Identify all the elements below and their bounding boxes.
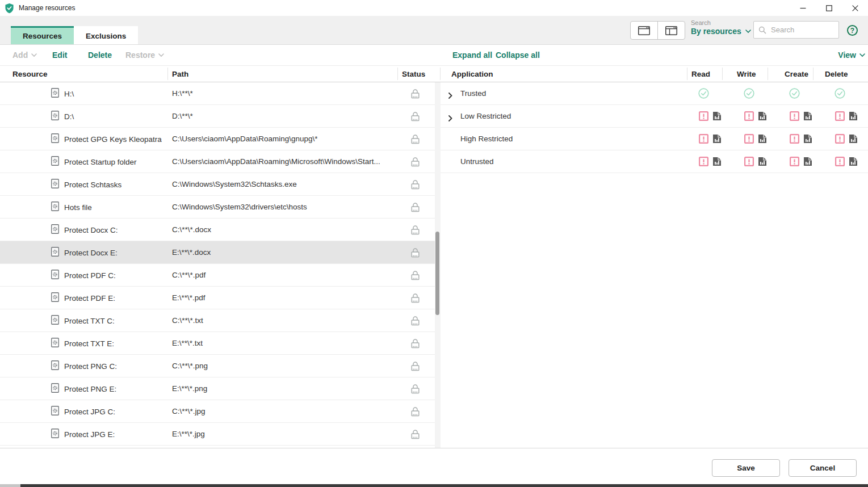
log-event-icon[interactable] [803,111,812,123]
table-row[interactable]: Protect PNG C: C:\**\*.png [0,355,435,377]
split-pane-view-button[interactable] [657,22,685,39]
log-event-icon[interactable] [758,134,767,146]
chevron-down-icon [31,53,37,57]
log-event-icon[interactable] [758,157,767,169]
lock-icon[interactable] [411,361,420,373]
collapse-all-button[interactable]: Collapse all [496,45,540,65]
resource-file-icon [51,360,59,372]
resource-file-icon [51,429,59,440]
table-row[interactable]: Protect PDF C: C:\**\*.pdf [0,264,435,287]
block-icon[interactable] [790,111,799,123]
scrollbar-track-segment[interactable] [0,484,20,487]
allowed-icon[interactable] [789,88,800,101]
lock-icon[interactable] [411,179,420,192]
resource-name: Protect Docx C: [64,226,118,234]
actions-toolbar: Add Edit Delete Restore Expand all Colla… [0,45,868,65]
table-row[interactable]: D:\ D:\**\* [0,105,435,128]
resource-file-icon [51,88,59,99]
lock-icon[interactable] [411,89,420,101]
chevron-right-icon[interactable] [448,114,452,124]
search-input[interactable] [770,25,834,35]
block-icon[interactable] [699,157,708,169]
scrollbar-thumb[interactable] [435,232,439,315]
chevron-down-icon [745,30,751,33]
search-mode-dropdown[interactable]: By resources [691,27,751,36]
block-icon[interactable] [744,157,754,169]
chevron-right-icon[interactable] [448,91,452,101]
horizontal-scrollbar[interactable] [0,484,868,487]
maximize-button[interactable] [816,0,842,16]
tab-strip: Resources Exclusions [11,26,138,44]
delete-button[interactable]: Delete [88,45,112,65]
table-row[interactable]: Hots file C:\Windows\System32\drivers\et… [0,196,435,219]
lock-icon[interactable] [411,202,420,215]
table-row[interactable]: Protect TXT C: C:\**\*.txt [0,309,435,332]
restore-button[interactable]: Restore [125,45,164,65]
lock-icon[interactable] [411,225,420,237]
log-event-icon[interactable] [849,111,858,123]
table-row[interactable]: Protect JPG E: E:\**\*.jpg [0,423,435,446]
lock-icon[interactable] [411,270,420,283]
tab-resources[interactable]: Resources [11,26,74,44]
block-icon[interactable] [790,157,799,169]
lock-icon[interactable] [411,111,420,124]
lock-icon[interactable] [411,134,420,146]
column-divider [722,68,723,80]
search-mode-value: By resources [691,27,741,36]
view-dropdown[interactable]: View [838,45,865,65]
table-row[interactable]: Protect GPG Keys Kleopatra C:\Users\ciao… [0,128,435,150]
block-icon[interactable] [744,134,754,146]
allowed-icon[interactable] [698,88,709,101]
table-row[interactable]: Untrusted [441,150,868,173]
block-icon[interactable] [699,134,708,146]
lock-icon[interactable] [411,157,420,169]
table-row[interactable]: H:\ H:\**\* [0,82,435,105]
minimize-button[interactable] [790,0,816,16]
single-pane-view-button[interactable] [631,22,657,39]
block-icon[interactable] [744,111,754,123]
log-event-icon[interactable] [712,111,722,123]
table-row[interactable]: Low Restricted [441,105,868,128]
table-row[interactable]: Protect TXT E: E:\**\*.txt [0,332,435,355]
lock-icon[interactable] [411,247,420,260]
log-event-icon[interactable] [849,157,858,169]
expand-all-button[interactable]: Expand all [452,45,492,65]
vertical-scrollbar[interactable] [435,82,441,448]
log-event-icon[interactable] [712,157,722,169]
table-row[interactable]: Protect JPG C: C:\**\*.jpg [0,400,435,423]
edit-button[interactable]: Edit [52,45,67,65]
table-row[interactable]: High Restricted [441,128,868,150]
lock-icon[interactable] [411,384,420,396]
table-row[interactable]: Protect Startup folder C:\Users\ciaom\Ap… [0,150,435,173]
table-row[interactable]: Protect Docx E: E:\**\*.docx [0,241,435,264]
cancel-button[interactable]: Cancel [789,459,857,477]
table-row[interactable]: Protect PNG E: E:\**\*.png [0,377,435,400]
help-button[interactable]: ? [847,25,858,36]
table-row[interactable]: Trusted [441,82,868,105]
tab-exclusions[interactable]: Exclusions [74,26,138,44]
close-button[interactable] [842,0,868,16]
table-row[interactable]: Protect Schtasks C:\Windows\System32\Sch… [0,173,435,196]
block-icon[interactable] [835,134,845,146]
allowed-icon[interactable] [835,88,845,101]
table-row[interactable]: Protect PDF E: E:\**\*.pdf [0,287,435,309]
lock-icon[interactable] [411,429,420,442]
lock-icon[interactable] [411,316,420,328]
block-icon[interactable] [835,111,845,123]
lock-icon[interactable] [411,406,420,419]
save-button[interactable]: Save [712,459,780,477]
log-event-icon[interactable] [803,157,812,169]
log-event-icon[interactable] [758,111,767,123]
log-event-icon[interactable] [849,134,858,146]
lock-icon[interactable] [411,338,420,351]
block-icon[interactable] [835,157,845,169]
column-divider [397,68,398,80]
add-button[interactable]: Add [12,45,37,65]
table-row[interactable]: Protect Docx C: C:\**\*.docx [0,219,435,241]
block-icon[interactable] [790,134,799,146]
lock-icon[interactable] [411,293,420,305]
allowed-icon[interactable] [744,88,754,101]
log-event-icon[interactable] [803,134,812,146]
log-event-icon[interactable] [712,134,722,146]
block-icon[interactable] [699,111,708,123]
